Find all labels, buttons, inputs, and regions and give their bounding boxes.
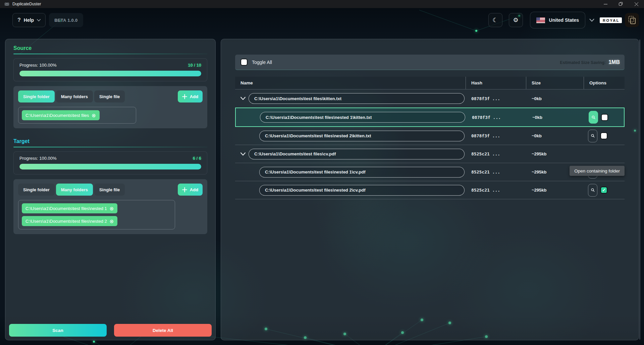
scrollbar[interactable] [639, 40, 640, 340]
us-flag-icon [536, 17, 545, 23]
moon-icon: ☾ [492, 16, 498, 24]
table-row-selected[interactable]: C:\Users\a1\Documents\test files\nested … [235, 108, 625, 127]
open-folder-button[interactable] [588, 130, 597, 142]
file-path: C:\Users\a1\Documents\test files\nested … [265, 169, 366, 175]
chevron-down-icon[interactable] [240, 97, 249, 100]
file-hash: 8525c21 ... [466, 151, 526, 156]
language-chevron-icon[interactable] [589, 19, 594, 22]
target-single-file-button[interactable]: Single file [94, 184, 125, 196]
column-options: Options [584, 77, 625, 89]
target-single-folder-button[interactable]: Single folder [18, 184, 55, 196]
table-row[interactable]: C:\Users\a1\Documents\test files\nested … [235, 181, 625, 199]
file-size: ~0kb [526, 133, 584, 138]
magnifier-icon [591, 134, 595, 138]
beta-version-badge: BETA 1.0.0 [49, 13, 83, 27]
table-row-group-header[interactable]: C:\Users\a1\Documents\test files\kitten.… [235, 89, 625, 108]
row-checkbox[interactable] [600, 132, 607, 139]
toggle-all-bar: Toggle All Estimated Size Saving: 1MB [235, 55, 625, 70]
title-bar: DuplicateDuster [0, 0, 644, 8]
open-folder-button[interactable] [589, 111, 598, 124]
source-progress-count: 10 / 10 [188, 63, 201, 68]
duplicates-table: Name Hash Size Options C:\Users\a1\Docum… [235, 77, 625, 199]
target-add-button[interactable]: Add [178, 184, 203, 196]
table-row[interactable]: C:\Users\a1\Documents\test files\nested … [235, 127, 625, 145]
source-single-folder-button[interactable]: Single folder [18, 90, 55, 102]
chevron-down-icon [37, 19, 41, 21]
table-row-group-header[interactable]: C:\Users\a1\Documents\test files\cv.pdf … [235, 145, 625, 163]
add-label: Add [190, 94, 198, 99]
column-hash: Hash [466, 77, 526, 89]
file-path-box[interactable]: C:\Users\a1\Documents\test files\kitten.… [249, 93, 465, 104]
target-progress-count: 6 / 6 [193, 156, 201, 161]
royal-logo: ROYAL [600, 17, 622, 23]
file-path-box[interactable]: C:\Users\a1\Documents\test files\nested … [259, 167, 465, 178]
target-progress-bar [19, 164, 201, 169]
scan-button[interactable]: Scan [9, 324, 107, 337]
source-paths-container: C:\Users\a1\Documents\test files ⊗ [18, 107, 136, 124]
close-button[interactable] [629, 0, 644, 8]
source-add-button[interactable]: Add [178, 90, 203, 102]
target-section-title: Target [13, 138, 207, 144]
source-progress-bar [19, 71, 201, 76]
file-size: ~0kb [527, 115, 585, 120]
delete-all-button[interactable]: Delete All [114, 324, 212, 337]
file-size: ~295kb [526, 188, 584, 193]
source-many-folders-button[interactable]: Many folders [56, 90, 93, 102]
theme-toggle-button[interactable]: ☾ [488, 13, 502, 27]
table-row[interactable]: C:\Users\a1\Documents\test files\nested … [235, 163, 625, 181]
target-path-chip: C:\Users\a1\Documents\test files\nested … [22, 216, 117, 226]
section-divider [13, 54, 207, 54]
file-path: C:\Users\a1\Documents\test files\cv.pdf [254, 151, 336, 156]
file-path-box[interactable]: C:\Users\a1\Documents\test files\nested … [259, 185, 465, 196]
target-path-text: C:\Users\a1\Documents\test files\nested … [25, 206, 107, 211]
chevron-down-icon[interactable] [240, 152, 249, 156]
help-button[interactable]: ? Help [12, 13, 46, 27]
section-divider [13, 147, 207, 147]
brand-cards-icon [625, 13, 639, 27]
row-checkbox-checked[interactable]: ✓ [600, 187, 607, 194]
scan-setup-panel: Source Progress: 100.00% 10 / 10 Single … [5, 39, 216, 340]
restore-button[interactable] [613, 0, 629, 8]
minimize-button[interactable] [598, 0, 613, 8]
toggle-all-label: Toggle All [252, 60, 272, 65]
file-path-box[interactable]: C:\Users\a1\Documents\test files\cv.pdf [249, 149, 465, 159]
results-panel: Toggle All Estimated Size Saving: 1MB Na… [221, 39, 639, 340]
row-checkbox[interactable] [601, 114, 608, 121]
remove-path-icon[interactable]: ⊗ [92, 113, 96, 118]
source-progress-card: Progress: 100.00% 10 / 10 [13, 58, 207, 81]
column-size: Size [526, 77, 584, 89]
file-size: ~0kb [526, 96, 584, 101]
file-path: C:\Users\a1\Documents\test files\nested … [265, 188, 366, 193]
target-progress-card: Progress: 100.00% 6 / 6 [13, 151, 207, 175]
file-hash: 8525c21 ... [466, 188, 526, 193]
file-hash: 8525c21 ... [466, 169, 526, 175]
language-selector[interactable]: United States [530, 12, 585, 28]
open-folder-tooltip: Open containing folder [570, 166, 625, 176]
file-path: C:\Users\a1\Documents\test files\kitten.… [254, 96, 341, 101]
plus-icon [182, 187, 187, 192]
file-size: ~295kb [526, 151, 584, 156]
target-many-folders-button[interactable]: Many folders [56, 184, 93, 196]
toggle-all-checkbox[interactable] [240, 59, 248, 66]
plus-icon [182, 94, 187, 99]
file-hash: 0878f3f ... [466, 133, 526, 138]
target-path-text: C:\Users\a1\Documents\test files\nested … [25, 219, 107, 224]
source-path-text: C:\Users\a1\Documents\test files [25, 113, 89, 118]
help-icon: ? [17, 17, 21, 23]
file-hash: 0878f3f ... [466, 96, 526, 101]
file-path-box[interactable]: C:\Users\a1\Documents\test files\nested … [260, 112, 465, 123]
source-path-chip: C:\Users\a1\Documents\test files ⊗ [22, 110, 100, 120]
settings-button[interactable]: ⚙ [509, 13, 523, 27]
remove-path-icon[interactable]: ⊗ [110, 219, 114, 224]
language-label: United States [549, 17, 579, 23]
source-single-file-button[interactable]: Single file [94, 90, 125, 102]
file-path-box[interactable]: C:\Users\a1\Documents\test files\nested … [259, 131, 465, 141]
source-mode-card: Single folder Many folders Single file A… [13, 86, 207, 128]
remove-path-icon[interactable]: ⊗ [110, 206, 114, 211]
source-progress-label: Progress: 100.00% [19, 63, 57, 68]
magnifier-icon [591, 115, 596, 120]
source-section-title: Source [13, 45, 207, 51]
target-mode-card: Single folder Many folders Single file A… [13, 179, 207, 234]
file-hash: 0878f3f ... [467, 115, 527, 120]
open-folder-button[interactable] [588, 184, 597, 197]
